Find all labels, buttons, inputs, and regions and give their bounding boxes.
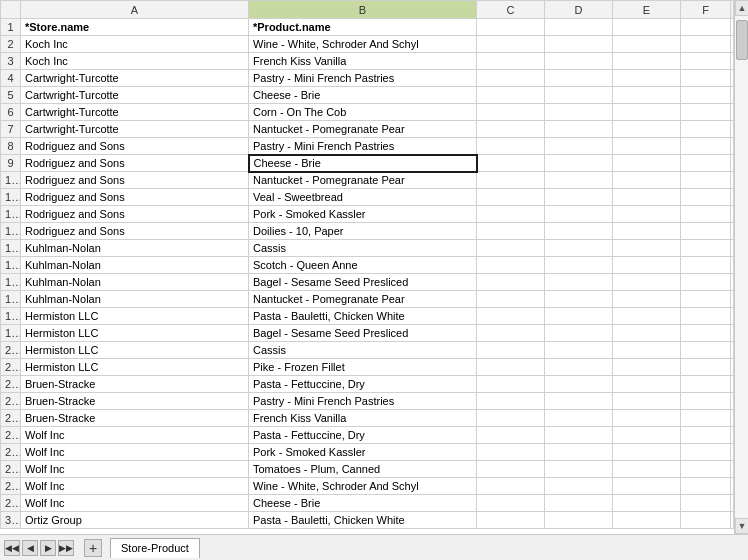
cell-c-12[interactable] xyxy=(477,223,545,240)
product-cell-24[interactable]: Pasta - Fettuccine, Dry xyxy=(249,427,477,444)
cell-e-16[interactable] xyxy=(613,291,681,308)
store-cell-0[interactable]: *Store.name xyxy=(21,19,249,36)
product-cell-19[interactable]: Cassis xyxy=(249,342,477,359)
row-number-3[interactable]: 3 xyxy=(1,53,21,70)
row-number-9[interactable]: 9 xyxy=(1,155,21,172)
cell-c-15[interactable] xyxy=(477,274,545,291)
product-cell-4[interactable]: Cheese - Brie xyxy=(249,87,477,104)
product-cell-17[interactable]: Pasta - Bauletti, Chicken White xyxy=(249,308,477,325)
cell-c-7[interactable] xyxy=(477,138,545,155)
store-cell-15[interactable]: Kuhlman-Nolan xyxy=(21,274,249,291)
cell-e-6[interactable] xyxy=(613,121,681,138)
cell-c-3[interactable] xyxy=(477,70,545,87)
cell-f-4[interactable] xyxy=(681,87,731,104)
cell-e-0[interactable] xyxy=(613,19,681,36)
cell-e-5[interactable] xyxy=(613,104,681,121)
store-cell-4[interactable]: Cartwright-Turcotte xyxy=(21,87,249,104)
cell-d-10[interactable] xyxy=(545,189,613,206)
cell-d-0[interactable] xyxy=(545,19,613,36)
product-cell-8[interactable]: Cheese - Brie xyxy=(249,155,477,172)
cell-c-21[interactable] xyxy=(477,376,545,393)
store-cell-17[interactable]: Hermiston LLC xyxy=(21,308,249,325)
product-cell-16[interactable]: Nantucket - Pomegranate Pear xyxy=(249,291,477,308)
cell-e-10[interactable] xyxy=(613,189,681,206)
store-cell-12[interactable]: Rodriguez and Sons xyxy=(21,223,249,240)
sheet-tab-store-product[interactable]: Store-Product xyxy=(110,538,200,558)
cell-e-3[interactable] xyxy=(613,70,681,87)
cell-e-15[interactable] xyxy=(613,274,681,291)
product-cell-14[interactable]: Scotch - Queen Anne xyxy=(249,257,477,274)
cell-c-13[interactable] xyxy=(477,240,545,257)
row-number-30[interactable]: 30 xyxy=(1,512,21,529)
product-cell-18[interactable]: Bagel - Sesame Seed Presliced xyxy=(249,325,477,342)
cell-c-4[interactable] xyxy=(477,87,545,104)
row-number-22[interactable]: 22 xyxy=(1,376,21,393)
row-number-14[interactable]: 14 xyxy=(1,240,21,257)
store-cell-11[interactable]: Rodriguez and Sons xyxy=(21,206,249,223)
nav-first-button[interactable]: ◀◀ xyxy=(4,540,20,556)
cell-d-4[interactable] xyxy=(545,87,613,104)
row-number-7[interactable]: 7 xyxy=(1,121,21,138)
vertical-scrollbar[interactable]: ▲ ▼ xyxy=(734,0,748,534)
product-cell-26[interactable]: Tomatoes - Plum, Canned xyxy=(249,461,477,478)
scroll-down-arrow[interactable]: ▼ xyxy=(735,518,748,534)
store-cell-8[interactable]: Rodriguez and Sons xyxy=(21,155,249,172)
cell-c-6[interactable] xyxy=(477,121,545,138)
col-c-header[interactable]: C xyxy=(477,1,545,19)
cell-d-13[interactable] xyxy=(545,240,613,257)
store-cell-3[interactable]: Cartwright-Turcotte xyxy=(21,70,249,87)
cell-e-13[interactable] xyxy=(613,240,681,257)
store-cell-27[interactable]: Wolf Inc xyxy=(21,478,249,495)
product-cell-5[interactable]: Corn - On The Cob xyxy=(249,104,477,121)
cell-c-25[interactable] xyxy=(477,444,545,461)
cell-f-19[interactable] xyxy=(681,342,731,359)
cell-d-7[interactable] xyxy=(545,138,613,155)
cell-d-14[interactable] xyxy=(545,257,613,274)
cell-e-18[interactable] xyxy=(613,325,681,342)
cell-e-24[interactable] xyxy=(613,427,681,444)
cell-f-21[interactable] xyxy=(681,376,731,393)
cell-f-28[interactable] xyxy=(681,495,731,512)
product-cell-11[interactable]: Pork - Smoked Kassler xyxy=(249,206,477,223)
cell-d-29[interactable] xyxy=(545,512,613,529)
cell-d-5[interactable] xyxy=(545,104,613,121)
row-number-4[interactable]: 4 xyxy=(1,70,21,87)
cell-c-29[interactable] xyxy=(477,512,545,529)
product-cell-3[interactable]: Pastry - Mini French Pastries xyxy=(249,70,477,87)
product-cell-2[interactable]: French Kiss Vanilla xyxy=(249,53,477,70)
cell-c-28[interactable] xyxy=(477,495,545,512)
store-cell-7[interactable]: Rodriguez and Sons xyxy=(21,138,249,155)
cell-e-8[interactable] xyxy=(613,155,681,172)
cell-d-8[interactable] xyxy=(545,155,613,172)
cell-f-12[interactable] xyxy=(681,223,731,240)
cell-d-12[interactable] xyxy=(545,223,613,240)
cell-d-27[interactable] xyxy=(545,478,613,495)
row-number-27[interactable]: 27 xyxy=(1,461,21,478)
cell-f-11[interactable] xyxy=(681,206,731,223)
row-number-23[interactable]: 23 xyxy=(1,393,21,410)
cell-e-1[interactable] xyxy=(613,36,681,53)
col-a-header[interactable]: A xyxy=(21,1,249,19)
store-cell-18[interactable]: Hermiston LLC xyxy=(21,325,249,342)
cell-d-23[interactable] xyxy=(545,410,613,427)
cell-c-27[interactable] xyxy=(477,478,545,495)
cell-e-20[interactable] xyxy=(613,359,681,376)
row-number-2[interactable]: 2 xyxy=(1,36,21,53)
cell-d-11[interactable] xyxy=(545,206,613,223)
cell-d-17[interactable] xyxy=(545,308,613,325)
cell-f-1[interactable] xyxy=(681,36,731,53)
row-number-25[interactable]: 25 xyxy=(1,427,21,444)
store-cell-9[interactable]: Rodriguez and Sons xyxy=(21,172,249,189)
cell-c-10[interactable] xyxy=(477,189,545,206)
cell-e-27[interactable] xyxy=(613,478,681,495)
cell-d-18[interactable] xyxy=(545,325,613,342)
cell-c-2[interactable] xyxy=(477,53,545,70)
cell-c-11[interactable] xyxy=(477,206,545,223)
cell-d-16[interactable] xyxy=(545,291,613,308)
store-cell-21[interactable]: Bruen-Stracke xyxy=(21,376,249,393)
cell-e-12[interactable] xyxy=(613,223,681,240)
cell-c-26[interactable] xyxy=(477,461,545,478)
row-number-16[interactable]: 16 xyxy=(1,274,21,291)
cell-d-3[interactable] xyxy=(545,70,613,87)
row-number-28[interactable]: 28 xyxy=(1,478,21,495)
